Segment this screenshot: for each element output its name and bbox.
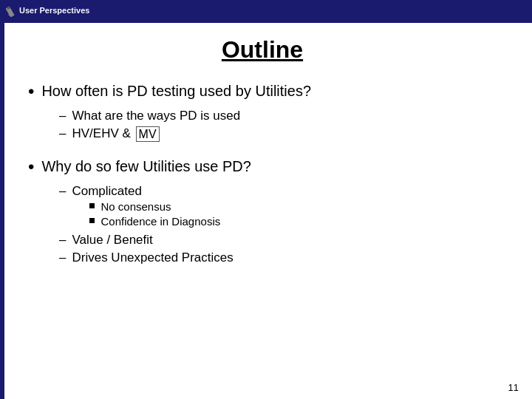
sub-bullet-text-2-3: Drives Unexpected Practices bbox=[72, 250, 233, 265]
slide-title: Outline bbox=[28, 36, 497, 64]
dash-icon: – bbox=[59, 184, 66, 199]
bullet-text-1: How often is PD testing used by Utilitie… bbox=[41, 81, 311, 100]
bullet-section-1: • How often is PD testing used by Utilit… bbox=[28, 81, 497, 145]
dash-icon: – bbox=[59, 109, 66, 123]
sub-bullets-2: – Complicated No consensus Confidence in… bbox=[59, 184, 497, 265]
sub-bullet-text-1-1: What are the ways PD is used bbox=[72, 109, 240, 123]
bullet-main-1: • How often is PD testing used by Utilit… bbox=[28, 81, 497, 103]
sub-bullet-1-2: – HV/EHV & MV bbox=[59, 126, 497, 142]
subsub-text-2: Confidence in Diagnosis bbox=[100, 215, 220, 228]
sub-bullet-text-1-2: HV/EHV & MV bbox=[72, 126, 159, 142]
slide-content: Outline • How often is PD testing used b… bbox=[13, 23, 519, 378]
sub-bullet-2-1: – Complicated No consensus Confidence in… bbox=[59, 184, 497, 230]
subsub-text-1: No consensus bbox=[100, 200, 171, 213]
mv-badge: MV bbox=[136, 126, 160, 142]
header-title: User Perspectives bbox=[19, 6, 89, 15]
sub-bullet-2-2: – Value / Benefit bbox=[59, 233, 497, 248]
bullet-main-2: • Why do so few Utilities use PD? bbox=[28, 157, 497, 178]
sub-bullet-1-1: – What are the ways PD is used bbox=[59, 109, 497, 123]
bullet-text-2: Why do so few Utilities use PD? bbox=[41, 157, 250, 176]
bullet-dot-2: • bbox=[28, 157, 34, 178]
pencil-icon bbox=[6, 4, 19, 17]
subsub-bullet-1: No consensus bbox=[89, 200, 220, 213]
square-icon bbox=[89, 203, 95, 208]
dash-icon: – bbox=[59, 233, 66, 248]
sub-bullet-2-3: – Drives Unexpected Practices bbox=[59, 250, 497, 265]
subsub-bullet-2: Confidence in Diagnosis bbox=[89, 215, 220, 228]
header-bar: User Perspectives bbox=[0, 0, 532, 21]
bullet-dot-1: • bbox=[28, 81, 34, 103]
square-icon bbox=[89, 218, 95, 223]
page-number: 11 bbox=[508, 382, 519, 393]
sub-bullets-1: – What are the ways PD is used – HV/EHV … bbox=[59, 109, 497, 142]
left-accent-bar bbox=[0, 21, 4, 399]
bullet-section-2: • Why do so few Utilities use PD? – Comp… bbox=[28, 157, 497, 268]
dash-icon: – bbox=[59, 250, 66, 265]
subsub-bullets: No consensus Confidence in Diagnosis bbox=[89, 200, 220, 228]
sub-bullet-text-2-2: Value / Benefit bbox=[72, 233, 152, 248]
dash-icon: – bbox=[59, 126, 66, 141]
sub-bullet-text-2-1: Complicated bbox=[72, 184, 142, 198]
